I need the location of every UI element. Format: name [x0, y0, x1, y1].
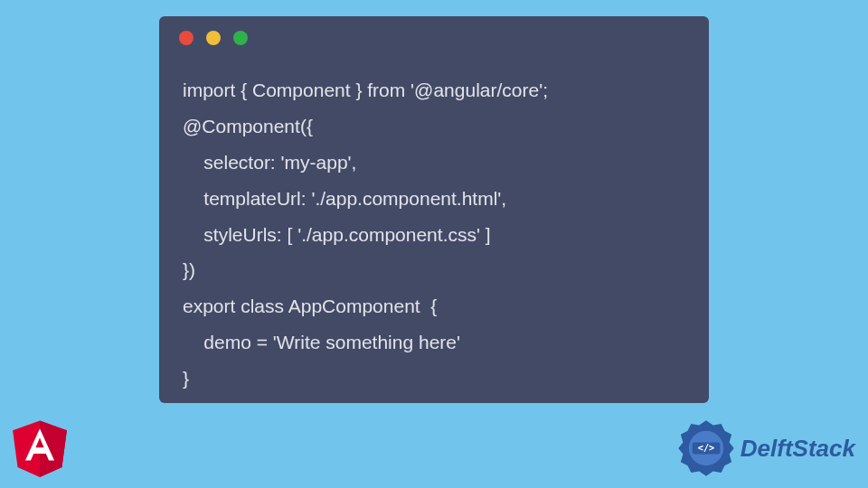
delftstack-badge-icon: </> — [677, 419, 735, 477]
code-line: selector: 'my-app', — [183, 152, 356, 173]
minimize-dot-icon — [206, 31, 221, 45]
code-line: templateUrl: './app.component.html', — [183, 188, 506, 209]
code-line: styleUrls: [ './app.component.css' ] — [183, 224, 491, 245]
delftstack-brand: </> DelftStack — [677, 419, 855, 477]
code-line: demo = 'Write something here' — [183, 332, 460, 352]
code-line: export class AppComponent { — [183, 296, 437, 316]
code-body: import { Component } from '@angular/core… — [159, 60, 709, 417]
code-line: import { Component } from '@angular/core… — [183, 80, 548, 100]
code-window: import { Component } from '@angular/core… — [159, 16, 709, 403]
code-line: @Component({ — [183, 116, 313, 136]
window-titlebar — [159, 16, 709, 60]
delftstack-brand-text: DelftStack — [741, 435, 855, 463]
angular-logo-icon — [9, 414, 71, 479]
maximize-dot-icon — [233, 31, 248, 45]
code-line: } — [183, 368, 189, 389]
close-dot-icon — [179, 31, 193, 45]
code-line: }) — [183, 259, 195, 280]
svg-text:</>: </> — [698, 442, 715, 453]
